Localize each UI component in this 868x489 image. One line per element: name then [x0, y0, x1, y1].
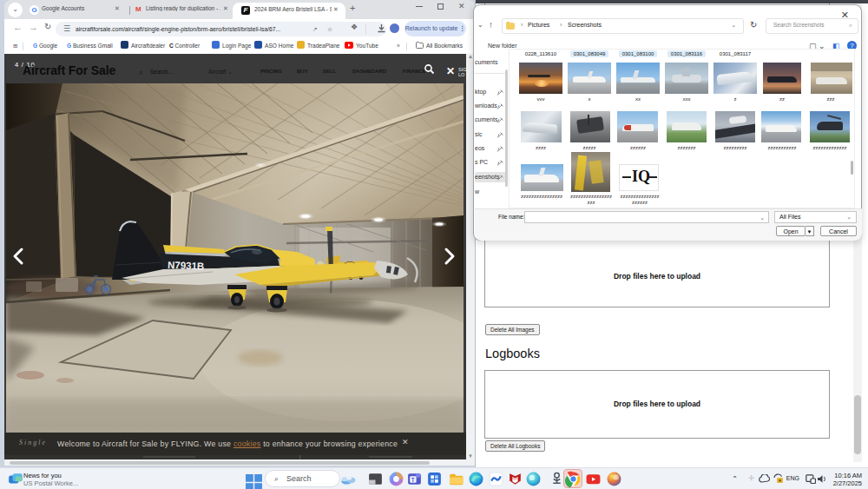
svg-text:T: T	[411, 477, 415, 483]
svg-text:N7931B: N7931B	[168, 260, 205, 271]
